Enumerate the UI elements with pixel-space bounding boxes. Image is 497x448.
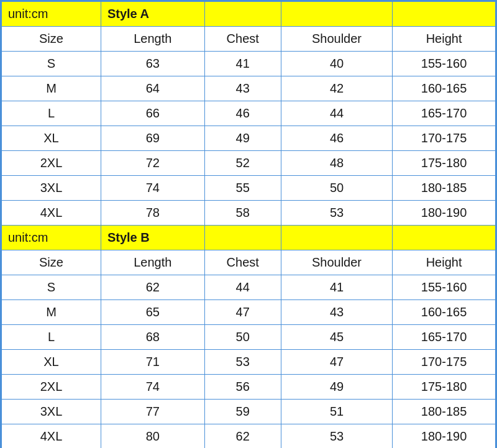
cell-shoulder: 53 [281, 424, 392, 449]
style-b-header-chest: Chest [204, 250, 281, 275]
table-row: XL 71 53 47 170-175 [2, 350, 496, 375]
style-a-empty-2 [281, 2, 392, 27]
cell-size: M [2, 300, 101, 325]
style-b-header-length: Length [101, 250, 204, 275]
cell-height: 170-175 [393, 126, 496, 151]
style-b-col-headers: Size Length Chest Shoulder Height [2, 250, 496, 275]
style-a-label-row: unit:cm Style A [2, 2, 496, 27]
cell-length: 68 [101, 325, 204, 350]
table-row: 2XL 74 56 49 175-180 [2, 375, 496, 400]
cell-chest: 53 [204, 350, 281, 375]
cell-length: 72 [101, 151, 204, 176]
cell-chest: 55 [204, 176, 281, 201]
cell-chest: 43 [204, 76, 281, 101]
cell-height: 180-190 [393, 424, 496, 449]
table-row: 2XL 72 52 48 175-180 [2, 151, 496, 176]
table-row: M 64 43 42 160-165 [2, 76, 496, 101]
table-row: M 65 47 43 160-165 [2, 300, 496, 325]
cell-height: 165-170 [393, 325, 496, 350]
style-b-header-size: Size [2, 250, 101, 275]
cell-shoulder: 43 [281, 300, 392, 325]
cell-chest: 49 [204, 126, 281, 151]
cell-size: M [2, 76, 101, 101]
cell-height: 160-165 [393, 76, 496, 101]
cell-shoulder: 47 [281, 350, 392, 375]
cell-chest: 44 [204, 275, 281, 300]
style-a-header-chest: Chest [204, 27, 281, 52]
table-row: 4XL 80 62 53 180-190 [2, 424, 496, 449]
cell-shoulder: 49 [281, 375, 392, 400]
cell-height: 180-190 [393, 201, 496, 226]
table-row: 3XL 74 55 50 180-185 [2, 176, 496, 201]
cell-length: 69 [101, 126, 204, 151]
cell-height: 170-175 [393, 350, 496, 375]
cell-shoulder: 45 [281, 325, 392, 350]
cell-chest: 52 [204, 151, 281, 176]
cell-length: 80 [101, 424, 204, 449]
style-b-label: Style B [101, 226, 204, 250]
style-a-unit: unit:cm [2, 2, 101, 27]
cell-length: 78 [101, 201, 204, 226]
style-b-unit: unit:cm [2, 226, 101, 250]
cell-size: 2XL [2, 375, 101, 400]
cell-chest: 50 [204, 325, 281, 350]
table-row: S 62 44 41 155-160 [2, 275, 496, 300]
style-a-empty-1 [204, 2, 281, 27]
cell-shoulder: 51 [281, 400, 392, 424]
cell-height: 155-160 [393, 275, 496, 300]
cell-chest: 47 [204, 300, 281, 325]
cell-size: 3XL [2, 176, 101, 201]
cell-chest: 62 [204, 424, 281, 449]
cell-length: 74 [101, 176, 204, 201]
style-b-empty-2 [281, 226, 392, 250]
style-a-header-length: Length [101, 27, 204, 52]
cell-chest: 59 [204, 400, 281, 424]
cell-height: 175-180 [393, 151, 496, 176]
cell-height: 180-185 [393, 400, 496, 424]
cell-size: 4XL [2, 201, 101, 226]
style-b-empty-3 [393, 226, 496, 250]
cell-size: 3XL [2, 400, 101, 424]
cell-length: 71 [101, 350, 204, 375]
table-row: 4XL 78 58 53 180-190 [2, 201, 496, 226]
style-a-header-size: Size [2, 27, 101, 52]
cell-length: 64 [101, 76, 204, 101]
style-b-empty-1 [204, 226, 281, 250]
cell-length: 66 [101, 101, 204, 126]
style-a-header-height: Height [393, 27, 496, 52]
style-b-header-shoulder: Shoulder [281, 250, 392, 275]
style-a-label: Style A [101, 2, 204, 27]
cell-chest: 58 [204, 201, 281, 226]
cell-chest: 46 [204, 101, 281, 126]
cell-size: S [2, 52, 101, 76]
table-row: L 66 46 44 165-170 [2, 101, 496, 126]
size-chart-container: unit:cm Style A Size Length Chest Should… [0, 0, 497, 448]
style-b-header-height: Height [393, 250, 496, 275]
cell-length: 63 [101, 52, 204, 76]
cell-size: L [2, 101, 101, 126]
cell-height: 160-165 [393, 300, 496, 325]
style-a-col-headers: Size Length Chest Shoulder Height [2, 27, 496, 52]
cell-size: 4XL [2, 424, 101, 449]
style-a-empty-3 [393, 2, 496, 27]
table-row: 3XL 77 59 51 180-185 [2, 400, 496, 424]
cell-shoulder: 41 [281, 275, 392, 300]
cell-shoulder: 50 [281, 176, 392, 201]
cell-shoulder: 46 [281, 126, 392, 151]
size-chart-table: unit:cm Style A Size Length Chest Should… [1, 1, 496, 448]
cell-height: 155-160 [393, 52, 496, 76]
cell-chest: 41 [204, 52, 281, 76]
style-a-header-shoulder: Shoulder [281, 27, 392, 52]
cell-size: L [2, 325, 101, 350]
cell-size: XL [2, 350, 101, 375]
style-b-label-row: unit:cm Style B [2, 226, 496, 250]
cell-height: 180-185 [393, 176, 496, 201]
table-row: S 63 41 40 155-160 [2, 52, 496, 76]
cell-shoulder: 53 [281, 201, 392, 226]
cell-size: 2XL [2, 151, 101, 176]
table-row: XL 69 49 46 170-175 [2, 126, 496, 151]
cell-height: 165-170 [393, 101, 496, 126]
cell-length: 65 [101, 300, 204, 325]
cell-height: 175-180 [393, 375, 496, 400]
cell-shoulder: 48 [281, 151, 392, 176]
